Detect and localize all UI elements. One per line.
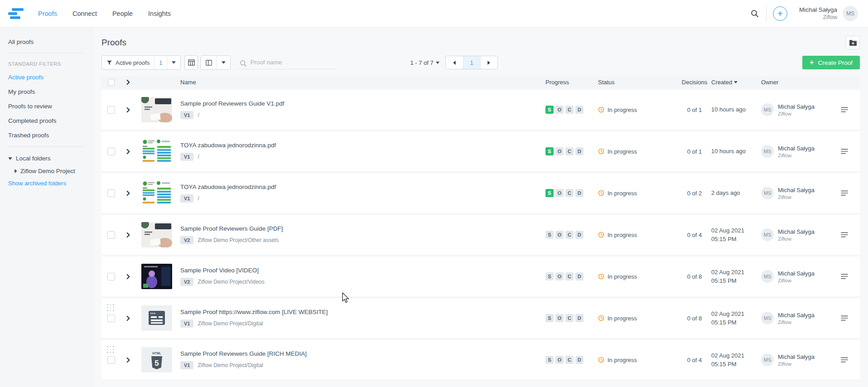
proof-meta: V1Ziflow Demo Project/Digital (180, 319, 545, 328)
proof-path: / (198, 195, 199, 202)
proof-thumbnail[interactable] (141, 139, 172, 164)
nav-item-people[interactable]: People (112, 10, 133, 17)
row-actions-button[interactable] (839, 104, 850, 115)
expand-row-button[interactable] (121, 191, 136, 196)
status-cell: In progress (598, 106, 678, 113)
row-checkbox[interactable] (107, 231, 115, 239)
proof-name[interactable]: Sample Proof https://www.ziflow.com [LIV… (180, 309, 545, 315)
filter-dropdown-toggle[interactable] (167, 56, 180, 69)
ziflow-logo[interactable] (8, 8, 24, 19)
search-icon[interactable] (747, 6, 762, 21)
page-range-dropdown[interactable]: 1 - 7 of 7 (410, 59, 439, 66)
columns-dropdown-toggle[interactable] (217, 56, 230, 69)
sidebar-item-active-proofs[interactable]: Active proofs (8, 74, 84, 81)
select-all-checkbox[interactable] (108, 79, 115, 86)
column-header-created[interactable]: Created (711, 79, 761, 86)
column-header-name[interactable]: Name (180, 79, 545, 86)
proof-thumbnail[interactable]: HTML5 (141, 347, 172, 372)
proof-name[interactable]: Sample Proof Video [VIDEO] (180, 267, 545, 274)
row-checkbox[interactable] (107, 106, 115, 114)
progress-badge-o: O (555, 356, 564, 364)
row-checkbox[interactable] (107, 148, 115, 155)
proof-name[interactable]: Sample Proof Reviewers Guide [PDF] (180, 225, 545, 232)
progress-cell: SOCD (545, 356, 598, 364)
column-header-decisions[interactable]: Decisions (678, 79, 711, 86)
page-title: Proofs (101, 38, 126, 48)
sidebar-item-completed-proofs[interactable]: Completed proofs (8, 117, 84, 124)
expand-row-button[interactable] (121, 232, 136, 237)
row-actions-button[interactable] (839, 146, 850, 157)
filter-button-group: Active proofs 1 (101, 55, 181, 70)
name-cell: TOYA zabudowa jednorodzinna.pdfV1/ (180, 184, 545, 203)
progress-badge-s: S (545, 147, 554, 155)
proof-name[interactable]: TOYA zabudowa jednorodzinna.pdf (180, 184, 545, 190)
columns-button[interactable] (201, 56, 217, 69)
proof-name[interactable]: Sample Proof Reviewers Guide [RICH MEDIA… (180, 350, 545, 357)
quick-add-button[interactable]: + (773, 6, 787, 21)
row-checkbox[interactable] (107, 314, 115, 322)
progress-badge-o: O (555, 189, 564, 197)
row-actions-button[interactable] (839, 354, 850, 365)
sidebar-item-my-proofs[interactable]: My proofs (8, 88, 84, 95)
proof-meta: V2Ziflow Demo Project/Other assets (180, 236, 545, 244)
proof-meta: V2Ziflow Demo Project/Videos (180, 278, 545, 286)
progress-cell: SOCD (545, 147, 598, 155)
proof-thumbnail[interactable] (141, 97, 172, 122)
create-proof-button[interactable]: + Create Proof (802, 56, 860, 69)
expand-row-button[interactable] (121, 358, 136, 363)
page-number-button[interactable]: 1 (463, 56, 480, 69)
column-header-progress[interactable]: Progress (545, 79, 598, 86)
row-checkbox[interactable] (107, 273, 115, 281)
nav-item-connect[interactable]: Connect (72, 10, 97, 17)
proof-name[interactable]: TOYA zabudowa jednorodzinna.pdf (180, 142, 545, 149)
filter-count[interactable]: 1 (154, 56, 167, 69)
expand-row-button[interactable] (121, 316, 136, 321)
status-cell: In progress (598, 273, 678, 280)
proof-name[interactable]: Sample proof Reviewers Guide V1.pdf (180, 100, 545, 107)
proof-thumbnail[interactable] (141, 180, 172, 206)
row-checkbox[interactable] (107, 356, 115, 364)
proof-meta: V1/ (180, 153, 545, 161)
avatar[interactable]: MS (843, 6, 858, 21)
prev-page-button[interactable] (446, 56, 463, 69)
status-cell: In progress (598, 232, 678, 238)
row-actions-button[interactable] (839, 188, 850, 198)
row-actions-button[interactable] (839, 271, 850, 282)
proof-thumbnail[interactable] (141, 222, 172, 247)
expand-row-button[interactable] (121, 107, 136, 112)
row-actions-icon (841, 232, 848, 237)
decisions-cell: 0 of 8 (678, 273, 711, 280)
user-block[interactable]: Michał Sałyga Ziflow (799, 6, 837, 21)
status-text: In progress (608, 190, 637, 197)
active-filter-button[interactable]: Active proofs (102, 56, 154, 69)
nav-item-proofs[interactable]: Proofs (38, 10, 57, 17)
show-archived-folders-link[interactable]: Show archived folders (8, 180, 84, 187)
expand-row-button[interactable] (121, 149, 136, 154)
sidebar-item-local-folders[interactable]: Local folders (8, 155, 84, 162)
sidebar-item-proofs-to-review[interactable]: Proofs to review (8, 103, 84, 110)
created-line: 02 Aug 2021 (711, 226, 761, 235)
drag-handle[interactable] (107, 304, 115, 312)
column-header-owner[interactable]: Owner (761, 79, 839, 86)
expand-row-button[interactable] (121, 274, 136, 279)
next-page-button[interactable] (480, 56, 497, 69)
column-header-status[interactable]: Status (598, 79, 678, 86)
proof-thumbnail[interactable] (141, 305, 172, 331)
row-actions-button[interactable] (839, 313, 850, 324)
table-view-button[interactable] (184, 55, 198, 70)
proof-thumbnail[interactable] (141, 264, 172, 289)
sidebar-item-folder-ziflow-demo-project[interactable]: Ziflow Demo Project (14, 168, 84, 174)
created-cell: 02 Aug 202105:15 PM (711, 268, 761, 285)
expand-all-icon[interactable] (121, 80, 136, 85)
row-checkbox[interactable] (107, 189, 115, 197)
proof-name-search-input[interactable] (238, 56, 335, 69)
nav-item-insights[interactable]: Insights (148, 10, 171, 17)
row-select-cell (101, 90, 121, 130)
sidebar-item-trashed-proofs[interactable]: Trashed proofs (8, 132, 84, 139)
folder-label: Ziflow Demo Project (20, 168, 75, 174)
row-actions-button[interactable] (839, 229, 850, 240)
drag-handle[interactable] (107, 346, 115, 353)
new-folder-button[interactable] (846, 36, 860, 49)
folder-plus-icon (849, 39, 857, 46)
sidebar-item-all-proofs[interactable]: All proofs (8, 39, 84, 45)
